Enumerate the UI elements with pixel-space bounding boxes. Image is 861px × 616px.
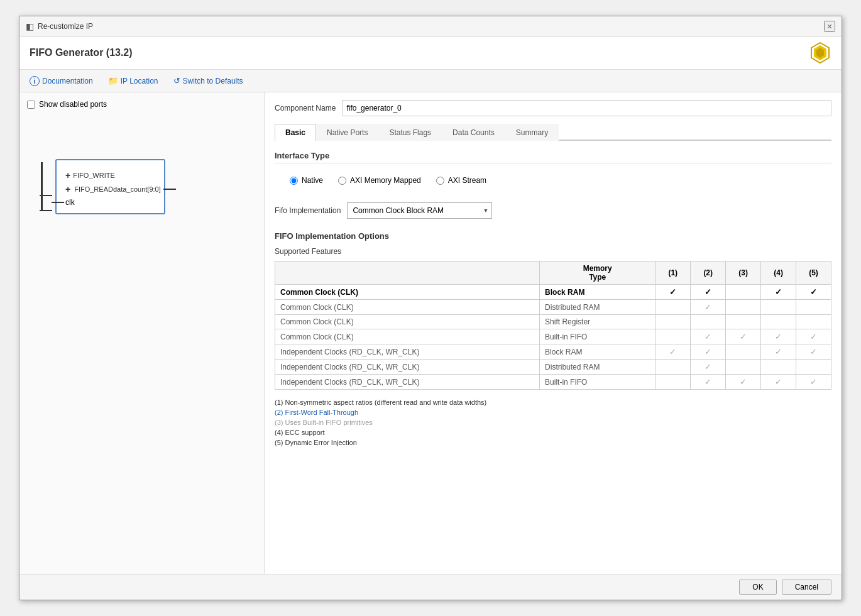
radio-native-input[interactable] (290, 177, 298, 185)
cell-c4: ✓ (761, 344, 796, 360)
table-row: Common Clock (CLK) Distributed RAM ✓ (275, 300, 831, 315)
tab-native-ports[interactable]: Native Ports (316, 124, 378, 141)
cell-clock: Independent Clocks (RD_CLK, WR_CLK) (275, 375, 540, 390)
impl-options-section: FIFO Implementation Options Supported Fe… (275, 231, 831, 448)
table-row: Common Clock (CLK) Shift Register (275, 315, 831, 329)
title-bar: ◧ Re-customize IP × (19, 16, 842, 36)
tabs: Basic Native Ports Status Flags Data Cou… (275, 124, 831, 141)
cell-c4 (761, 315, 796, 329)
footer: OK Cancel (19, 574, 842, 600)
cell-c1 (655, 375, 691, 390)
impl-options-title: FIFO Implementation Options (275, 231, 831, 241)
radio-axi-stream-input[interactable] (436, 177, 444, 185)
interface-type-title: Interface Type (275, 151, 831, 163)
cell-c3 (726, 360, 761, 375)
main-content: Show disabled ports (19, 92, 842, 574)
ok-button[interactable]: OK (739, 580, 776, 595)
radio-axi-memory-mapped[interactable]: AXI Memory Mapped (338, 176, 421, 185)
cell-c3: ✓ (726, 329, 761, 344)
component-name-row: Component Name (275, 100, 831, 116)
show-ports-label[interactable]: Show disabled ports (39, 100, 107, 109)
cell-c3 (726, 315, 761, 329)
radio-axi-stream-label: AXI Stream (448, 176, 486, 185)
cell-c1 (655, 329, 691, 344)
right-panel: Component Name Basic Native Ports Status… (265, 92, 842, 574)
fifo-impl-label: Fifo Implementation (275, 206, 341, 215)
note-line: (4) ECC support (275, 427, 831, 437)
cell-c2: ✓ (691, 360, 726, 375)
cancel-button[interactable]: Cancel (782, 580, 831, 595)
table-row: Independent Clocks (RD_CLK, WR_CLK) Dist… (275, 360, 831, 375)
th-memory: MemoryType (540, 261, 655, 285)
cell-memory: Distributed RAM (540, 360, 655, 375)
close-button[interactable]: × (824, 21, 835, 32)
cell-c5 (796, 360, 831, 375)
fifo-diagram: + FIFO_WRITE + FIFO_READ data_count[9:0] (40, 159, 256, 214)
cell-c4 (761, 300, 796, 315)
tab-summary[interactable]: Summary (505, 124, 559, 141)
app-icon: ◧ (26, 21, 34, 31)
cell-c3: ✓ (726, 375, 761, 390)
radio-axi-mm-label: AXI Memory Mapped (350, 176, 421, 185)
location-button[interactable]: 📁 IP Location (106, 75, 161, 87)
radio-native[interactable]: Native (290, 176, 323, 185)
cell-c5: ✓ (796, 375, 831, 390)
th-c2: (2) (691, 261, 726, 285)
cell-clock: Independent Clocks (RD_CLK, WR_CLK) (275, 344, 540, 360)
cell-c2: ✓ (691, 300, 726, 315)
left-panel: Show disabled ports (19, 92, 265, 574)
cell-memory: Block RAM (540, 344, 655, 360)
cell-c1: ✓ (655, 344, 691, 360)
note-line: (3) Uses Built-in FIFO primitives (275, 417, 831, 427)
cell-c4: ✓ (761, 375, 796, 390)
component-name-input[interactable] (342, 100, 831, 116)
tab-basic[interactable]: Basic (275, 124, 316, 141)
table-row: Common Clock (CLK) Built-in FIFO ✓ ✓ ✓ ✓ (275, 329, 831, 344)
title-bar-title: Re-customize IP (38, 22, 93, 31)
cell-memory: Block RAM (540, 285, 655, 300)
data-count-connector: data_count[9:0] (113, 185, 176, 193)
documentation-label: Documentation (42, 77, 93, 85)
interface-type-radio-group: Native AXI Memory Mapped AXI Stream (275, 171, 831, 190)
tab-status-flags[interactable]: Status Flags (378, 124, 442, 141)
table-row: Common Clock (CLK) Block RAM ✓ ✓ ✓ ✓ (275, 285, 831, 300)
table-row: Independent Clocks (RD_CLK, WR_CLK) Buil… (275, 375, 831, 390)
note-line: (1) Non-symmetric aspect ratios (differe… (275, 397, 831, 407)
cell-c2: ✓ (691, 329, 726, 344)
title-bar-left: ◧ Re-customize IP (26, 21, 93, 31)
th-c3: (3) (726, 261, 761, 285)
cell-c1 (655, 360, 691, 375)
fifo-write-port: + FIFO_WRITE (65, 170, 155, 180)
th-clock (275, 261, 540, 285)
cell-c5 (796, 315, 831, 329)
show-ports-checkbox[interactable] (27, 101, 35, 109)
cell-c3 (726, 300, 761, 315)
cell-clock: Common Clock (CLK) (275, 300, 540, 315)
switch-defaults-button[interactable]: ↺ Switch to Defaults (171, 75, 246, 87)
th-c4: (4) (761, 261, 796, 285)
radio-native-label: Native (302, 176, 323, 185)
cell-c1 (655, 300, 691, 315)
documentation-button[interactable]: i Documentation (27, 75, 96, 87)
fifo-read-port: + FIFO_READ data_count[9:0] (65, 184, 155, 194)
cell-memory: Shift Register (540, 315, 655, 329)
fifo-impl-select-wrapper: Common Clock Block RAM Common Clock Dist… (347, 202, 492, 219)
cell-clock: Independent Clocks (RD_CLK, WR_CLK) (275, 360, 540, 375)
cell-c1 (655, 315, 691, 329)
refresh-icon: ↺ (173, 76, 180, 85)
tab-data-counts[interactable]: Data Counts (442, 124, 505, 141)
cell-clock: Common Clock (CLK) (275, 329, 540, 344)
radio-axi-stream[interactable]: AXI Stream (436, 176, 486, 185)
supported-features-title: Supported Features (275, 247, 831, 256)
clk-port: clk (65, 198, 155, 207)
note-line: (5) Dynamic Error Injection (275, 437, 831, 448)
cell-c4: ✓ (761, 329, 796, 344)
cell-memory: Built-in FIFO (540, 375, 655, 390)
cell-memory: Built-in FIFO (540, 329, 655, 344)
fifo-impl-select[interactable]: Common Clock Block RAM Common Clock Dist… (347, 202, 492, 219)
app-title: FIFO Generator (13.2) (30, 47, 133, 58)
cell-c2: ✓ (691, 285, 726, 300)
table-row: Independent Clocks (RD_CLK, WR_CLK) Bloc… (275, 344, 831, 360)
radio-axi-mm-input[interactable] (338, 177, 346, 185)
fifo-impl-row: Fifo Implementation Common Clock Block R… (275, 202, 831, 219)
